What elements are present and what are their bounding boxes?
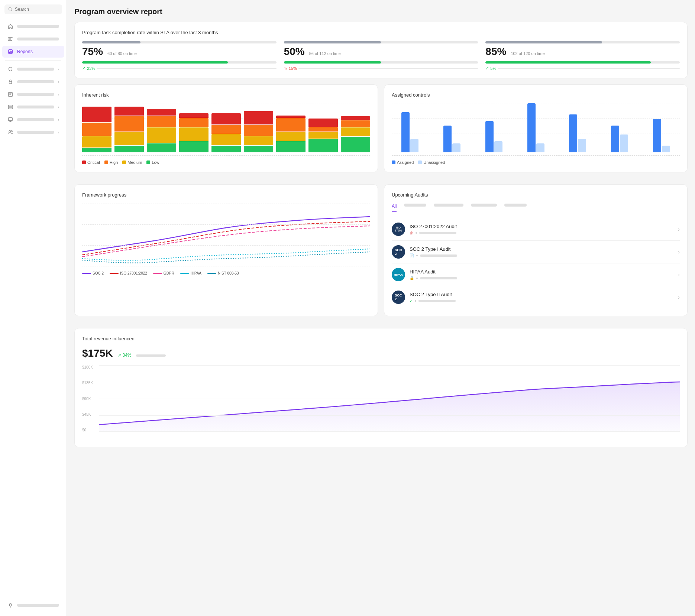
sla-trend-value-3: 5% bbox=[490, 66, 496, 71]
assigned-bar-fill bbox=[569, 114, 577, 152]
inherent-risk-bar-chart bbox=[82, 104, 370, 156]
audit-chevron-hipaa: › bbox=[678, 272, 680, 278]
sidebar-item-5[interactable]: › bbox=[2, 76, 64, 88]
sidebar-item-8[interactable]: › bbox=[2, 114, 64, 126]
sla-item-1: 75% 60 of 80 on time ↗ 23% bbox=[82, 41, 277, 71]
sidebar-item-6[interactable]: › bbox=[2, 88, 64, 100]
sla-trend-3: ↗ 5% bbox=[485, 66, 680, 71]
sidebar-item-4[interactable]: › bbox=[2, 63, 64, 75]
y-label-180k: $180K bbox=[82, 365, 97, 369]
sla-percent-3: 85% bbox=[485, 46, 506, 58]
framework-progress-card: Framework progress bbox=[74, 184, 378, 316]
audit-item-iso[interactable]: ISO27001 ISO 27001:2022 Audit 🗑 › bbox=[392, 218, 680, 241]
unassigned-bar-fill bbox=[578, 139, 586, 152]
chevron-right-icon: › bbox=[58, 105, 59, 109]
sla-card: Program task completion rate within SLA … bbox=[74, 22, 688, 78]
audit-tab-2[interactable] bbox=[404, 204, 426, 209]
unassigned-bar-fill bbox=[494, 141, 502, 152]
trend-down-icon: ↘ bbox=[284, 66, 287, 71]
legend-hipaa-label: HIPAA bbox=[191, 271, 201, 275]
legend-iso: ISO 27001:2022 bbox=[110, 271, 147, 275]
sidebar-item-9[interactable]: › bbox=[2, 126, 64, 138]
bar-high bbox=[114, 116, 144, 132]
audit-tab-3[interactable] bbox=[434, 204, 463, 209]
audit-icon-iso: 🗑 bbox=[410, 231, 413, 235]
revenue-card: Total revenue influenced $175K ↗ 34% $18… bbox=[74, 328, 688, 447]
assigned-bar-group-7 bbox=[643, 119, 680, 152]
bar-group-7 bbox=[276, 116, 306, 152]
legend-gdpr-label: GDPR bbox=[164, 271, 174, 275]
sla-top-bar-1 bbox=[82, 41, 277, 43]
svg-rect-13 bbox=[9, 105, 13, 107]
search-bar[interactable] bbox=[4, 4, 62, 14]
bar-critical bbox=[244, 111, 273, 124]
trend-up-icon-3: ↗ bbox=[485, 66, 489, 71]
sla-trend-2: ↘ 15% bbox=[284, 66, 478, 71]
audit-tab-5[interactable] bbox=[504, 204, 527, 209]
bar-low bbox=[308, 139, 338, 152]
shield-icon bbox=[7, 66, 13, 72]
audit-meta-hipaa: 🔒 bbox=[410, 276, 673, 280]
legend-hipaa-color bbox=[180, 273, 189, 274]
inherent-risk-card: Inherent risk bbox=[74, 84, 378, 172]
sidebar-item-tasks[interactable] bbox=[2, 33, 64, 45]
chevron-right-icon: › bbox=[58, 80, 59, 84]
legend-critical-dot bbox=[82, 161, 86, 164]
assigned-bar-group-3 bbox=[475, 121, 512, 152]
legend-soc2-color bbox=[82, 273, 91, 274]
audit-icon-soc2-2: ✓ bbox=[410, 299, 413, 303]
audit-item-soc2-2[interactable]: SOC2 SOC 2 Type II Audit ✓ › bbox=[392, 286, 680, 308]
grid-line-2 bbox=[82, 224, 370, 225]
sla-top-bar-2 bbox=[284, 41, 478, 43]
revenue-amount: $175K bbox=[82, 347, 113, 359]
search-icon bbox=[8, 7, 13, 12]
y-label-0: $0 bbox=[82, 428, 97, 432]
revenue-title: Total revenue influenced bbox=[82, 336, 680, 341]
legend-low: Low bbox=[146, 160, 159, 165]
bar-medium bbox=[308, 132, 338, 139]
bar-group-6 bbox=[244, 111, 273, 152]
unassigned-bar-fill bbox=[536, 143, 544, 152]
legend-critical-label: Critical bbox=[87, 160, 100, 165]
sidebar-item-7[interactable]: › bbox=[2, 101, 64, 113]
assigned-bar-fill bbox=[653, 119, 661, 152]
sidebar-item-reports[interactable]: Reports bbox=[2, 46, 64, 58]
bar-group-3 bbox=[147, 109, 176, 152]
chevron-right-icon: › bbox=[58, 93, 59, 97]
sla-progress-2 bbox=[284, 61, 478, 64]
audit-meta-soc2-1: 📄 bbox=[410, 253, 673, 257]
bar-high bbox=[308, 127, 338, 132]
nav-label-placeholder bbox=[17, 106, 54, 108]
sla-item-2: 50% 56 of 112 on time ↘ 15% bbox=[284, 41, 478, 71]
bar-low bbox=[211, 146, 241, 152]
trend-up-icon: ↗ bbox=[82, 66, 85, 71]
sidebar-item-home[interactable] bbox=[2, 20, 64, 32]
bar-low bbox=[147, 143, 176, 152]
sidebar-item-settings[interactable] bbox=[2, 599, 64, 611]
audit-meta-iso: 🗑 bbox=[410, 231, 673, 235]
svg-rect-9 bbox=[9, 81, 12, 84]
bar-high bbox=[276, 118, 306, 132]
legend-iso-color bbox=[110, 273, 119, 274]
sla-trend-value-1: 23% bbox=[87, 66, 95, 71]
audit-tab-4[interactable] bbox=[471, 204, 497, 209]
svg-line-1 bbox=[11, 10, 12, 11]
home-icon bbox=[7, 23, 13, 29]
bar-high bbox=[179, 118, 208, 127]
audit-meta-bar bbox=[420, 254, 457, 257]
chevron-right-icon: › bbox=[58, 130, 59, 134]
audit-tab-all[interactable]: All bbox=[392, 204, 397, 212]
search-input[interactable] bbox=[15, 7, 58, 12]
audit-item-soc2-1[interactable]: SOC2 SOC 2 Type I Audit 📄 › bbox=[392, 241, 680, 263]
svg-rect-14 bbox=[9, 107, 13, 109]
svg-rect-10 bbox=[9, 93, 13, 97]
audit-tabs: All bbox=[392, 204, 680, 212]
revenue-trend-value: 34% bbox=[123, 353, 132, 358]
bar-medium bbox=[179, 127, 208, 141]
audit-item-hipaa[interactable]: HIPAA HIPAA Audit 🔒 › bbox=[392, 263, 680, 286]
legend-nist-label: NIST 800-53 bbox=[218, 271, 239, 275]
assigned-bar-group-1 bbox=[392, 112, 429, 152]
audit-chevron-soc2-2: › bbox=[678, 294, 680, 300]
sla-trend-value-2: 15% bbox=[289, 66, 297, 71]
unassigned-bar-fill bbox=[662, 146, 670, 152]
